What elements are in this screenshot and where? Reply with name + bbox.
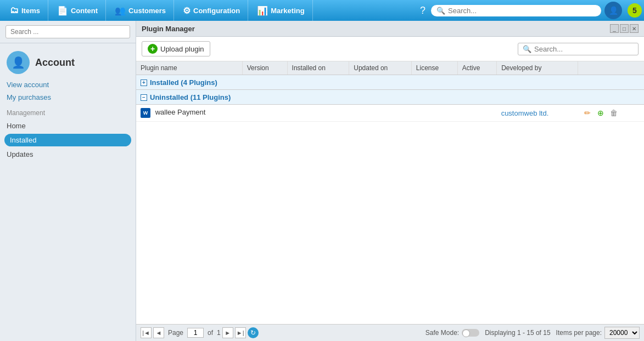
nav-marketing-label: Marketing xyxy=(271,7,304,15)
col-developed-by: Developed by xyxy=(497,61,578,75)
cell-updated-on xyxy=(349,105,412,122)
toggle-box-installed: + xyxy=(141,79,147,86)
customers-icon: 👥 xyxy=(115,5,126,16)
sidebar-search-container xyxy=(0,21,136,43)
group-toggle-installed[interactable]: + Installed (4 Plugins) xyxy=(141,78,217,87)
items-per-page-label: Items per page: xyxy=(556,329,602,337)
wallee-icon: W xyxy=(141,108,150,118)
prev-page-button[interactable]: ◄ xyxy=(153,327,164,338)
col-actions xyxy=(578,61,644,75)
search-icon: 🔍 xyxy=(436,7,445,15)
sidebar-item-installed[interactable]: Installed xyxy=(4,134,131,146)
toggle-box-uninstalled: − xyxy=(141,94,147,101)
upload-plugin-label: Upload plugin xyxy=(160,45,204,53)
cell-developed-by: customweb ltd. xyxy=(497,105,578,122)
table-row: W wallee Payment customweb ltd. xyxy=(136,105,644,122)
view-account-link[interactable]: View account xyxy=(0,78,136,91)
window-controls: _ □ ✕ xyxy=(610,24,639,33)
search-input[interactable] xyxy=(448,7,596,15)
sidebar: 👤 Account View account My purchases Mana… xyxy=(0,21,136,341)
plugin-manager-content: + Upload plugin 🔍 Plugin name Version In… xyxy=(136,37,644,341)
sidebar-item-home[interactable]: Home xyxy=(0,119,136,133)
cell-installed-on xyxy=(287,105,349,122)
group-label-installed: Installed (4 Plugins) xyxy=(150,78,217,87)
group-row-uninstalled: − Uninstalled (11 Plugins) xyxy=(136,90,644,105)
table-body: + Installed (4 Plugins) − Uninstalled (1… xyxy=(136,75,644,122)
notification-badge[interactable]: 5 xyxy=(628,3,642,18)
upload-plugin-button[interactable]: + Upload plugin xyxy=(142,41,210,56)
footer-right: Safe Mode: Displaying 1 - 15 of 15 Items… xyxy=(425,327,640,339)
global-search[interactable]: 🔍 xyxy=(431,5,601,16)
col-updated-on: Updated on xyxy=(349,61,412,75)
marketing-icon: 📊 xyxy=(257,5,268,16)
my-purchases-link[interactable]: My purchases xyxy=(0,91,136,104)
group-label-uninstalled: Uninstalled (11 Plugins) xyxy=(150,93,231,101)
pagination: |◄ ◄ Page of 1 ► ►| ↻ xyxy=(141,327,259,338)
sidebar-search-input[interactable] xyxy=(5,25,130,38)
next-page-button[interactable]: ► xyxy=(222,327,233,338)
col-plugin-name: Plugin name xyxy=(136,61,242,75)
of-label: of xyxy=(208,329,213,337)
plugin-search-input[interactable] xyxy=(534,45,634,53)
col-version: Version xyxy=(242,61,287,75)
total-pages: 1 xyxy=(217,329,221,337)
main-layout: 👤 Account View account My purchases Mana… xyxy=(0,21,644,341)
plugin-search-container: 🔍 xyxy=(518,43,639,55)
upload-plus-icon: + xyxy=(148,44,158,54)
config-icon: ⚙ xyxy=(183,5,191,16)
last-page-button[interactable]: ►| xyxy=(235,327,246,338)
management-section-title: Management xyxy=(0,104,136,119)
account-name: Account xyxy=(35,57,75,69)
plugin-table-container: Plugin name Version Installed on Updated… xyxy=(136,61,644,324)
plugin-toolbar: + Upload plugin 🔍 xyxy=(136,37,644,61)
plugin-search-icon: 🔍 xyxy=(523,45,531,53)
cell-active xyxy=(457,105,496,122)
nav-content[interactable]: 📄 Content xyxy=(49,0,106,21)
nav-items-label: Items xyxy=(21,7,40,15)
safe-mode: Safe Mode: xyxy=(425,329,479,337)
close-button[interactable]: ✕ xyxy=(630,24,639,33)
items-icon: 🗂 xyxy=(10,5,19,15)
safe-mode-toggle[interactable] xyxy=(462,329,479,337)
nav-content-label: Content xyxy=(71,7,98,15)
group-toggle-uninstalled[interactable]: − Uninstalled (11 Plugins) xyxy=(141,93,231,101)
col-installed-on: Installed on xyxy=(287,61,349,75)
col-active: Active xyxy=(457,61,496,75)
avatar: 👤 xyxy=(7,51,30,74)
items-per-page: Items per page: 20000 100 500 1000 5000 xyxy=(556,327,640,339)
delete-icon[interactable]: 🗑 xyxy=(608,107,619,118)
minimize-button[interactable]: _ xyxy=(610,24,619,33)
cell-actions: ✏ ⊕ 🗑 xyxy=(578,105,644,122)
nav-customers[interactable]: 👥 Customers xyxy=(107,0,174,21)
col-license: License xyxy=(411,61,457,75)
plugin-name-text: wallee Payment xyxy=(155,108,206,116)
refresh-button[interactable]: ↻ xyxy=(248,327,259,338)
content-icon: 📄 xyxy=(57,5,68,16)
plugin-table: Plugin name Version Installed on Updated… xyxy=(136,61,644,122)
nav-marketing[interactable]: 📊 Marketing xyxy=(249,0,312,21)
group-row-installed: + Installed (4 Plugins) xyxy=(136,75,644,90)
user-avatar[interactable]: 👤 xyxy=(604,2,622,19)
sidebar-item-updates[interactable]: Updates xyxy=(0,147,136,161)
first-page-button[interactable]: |◄ xyxy=(141,327,152,338)
cell-version xyxy=(242,105,287,122)
table-header: Plugin name Version Installed on Updated… xyxy=(136,61,644,75)
window-title: Plugin Manager xyxy=(142,25,195,33)
cell-plugin-name: W wallee Payment xyxy=(136,105,242,122)
nav-items[interactable]: 🗂 Items xyxy=(2,0,48,21)
displaying-text: Displaying 1 - 15 of 15 xyxy=(485,329,550,337)
developer-link[interactable]: customweb ltd. xyxy=(501,109,549,117)
nav-configuration[interactable]: ⚙ Configuration xyxy=(175,0,248,21)
restore-button[interactable]: □ xyxy=(620,24,629,33)
account-section: 👤 Account xyxy=(0,43,136,78)
page-number-input[interactable] xyxy=(187,328,204,338)
add-icon[interactable]: ⊕ xyxy=(595,107,606,118)
help-button[interactable]: ? xyxy=(416,5,430,16)
items-per-page-select[interactable]: 20000 100 500 1000 5000 xyxy=(604,327,640,339)
window-titlebar: Plugin Manager _ □ ✕ xyxy=(136,21,644,37)
nav-customers-label: Customers xyxy=(128,7,166,15)
nav-configuration-label: Configuration xyxy=(193,7,240,15)
top-nav: 🗂 Items 📄 Content 👥 Customers ⚙ Configur… xyxy=(0,0,644,21)
action-icons: ✏ ⊕ 🗑 xyxy=(582,107,640,118)
edit-icon[interactable]: ✏ xyxy=(582,107,593,118)
